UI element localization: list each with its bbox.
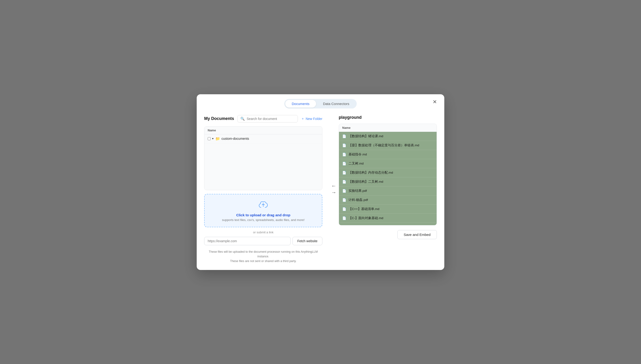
- list-item[interactable]: 📄【数据结构】绪论课.md: [339, 132, 437, 141]
- file-name: 二叉树.md: [348, 162, 364, 166]
- transfer-arrows: ← →: [331, 183, 336, 196]
- file-name: 【数据结构】绪论课.md: [348, 134, 383, 138]
- search-icon: 🔍: [240, 117, 245, 121]
- arrow-left-icon: ←: [331, 183, 336, 189]
- list-item[interactable]: 📄基础指令.md: [339, 150, 437, 159]
- tab-pill: Documents Data Connectors: [284, 99, 357, 108]
- file-name: 【C++】基础清单.md: [348, 207, 379, 211]
- right-table: Name 📄【数据结构】绪论课.md📄【耍】数据处理（不确定度与百分差）单链表.…: [339, 124, 437, 226]
- document-icon: 📄: [342, 180, 346, 184]
- upload-icon: [208, 201, 318, 211]
- fetch-website-button[interactable]: Fetch website: [293, 237, 322, 245]
- left-panel: My Documents 🔍 ＋ New Folder Name: [204, 115, 322, 264]
- url-row: Fetch website: [204, 237, 322, 245]
- new-folder-button[interactable]: ＋ New Folder: [301, 117, 322, 121]
- disclaimer: These files will be uploaded to the docu…: [204, 250, 322, 264]
- file-table: Name ▾ 📁 custom-documents: [204, 126, 322, 190]
- transfer-area: ← →: [329, 115, 339, 264]
- search-box: 🔍: [237, 115, 298, 122]
- file-name: 【数据结构】二叉树.md: [348, 180, 383, 184]
- my-documents-title: My Documents: [204, 116, 234, 121]
- document-icon: 📄: [342, 171, 346, 174]
- upload-sub-text: supports text files, csv's, spreadsheets…: [208, 218, 318, 222]
- folder-icon: 📁: [216, 136, 220, 141]
- document-icon: 📄: [342, 134, 346, 138]
- file-table-header: Name: [204, 126, 322, 134]
- list-item[interactable]: 📄计科-杨磊.pdf: [339, 196, 437, 205]
- or-link-text: or submit a link: [204, 230, 322, 234]
- panel-header: My Documents 🔍 ＋ New Folder: [204, 115, 322, 122]
- playground-title: playground: [339, 115, 437, 120]
- document-icon: 📄: [342, 162, 346, 166]
- list-item[interactable]: 📄【C++】基础清单.md: [339, 205, 437, 214]
- tab-data-connectors[interactable]: Data Connectors: [317, 100, 356, 108]
- document-icon: 📄: [342, 198, 346, 202]
- right-file-list: 📄【数据结构】绪论课.md📄【耍】数据处理（不确定度与百分差）单链表.md📄基础…: [339, 132, 437, 225]
- modal: Documents Data Connectors ✕ My Documents…: [197, 94, 444, 270]
- url-input[interactable]: [204, 237, 291, 245]
- tab-bar: Documents Data Connectors ✕: [197, 94, 444, 108]
- file-name: 【耍】数据处理（不确定度与百分差）单链表.md: [348, 143, 419, 148]
- list-item[interactable]: 📄【C-】面向对象基础.md: [339, 214, 437, 223]
- file-name: 计科-杨磊.pdf: [348, 198, 368, 202]
- folder-name: custom-documents: [222, 137, 249, 140]
- list-item[interactable]: 📄实验结果.pdf: [339, 186, 437, 196]
- file-name: 【数据结构】内存动态分配.md: [348, 170, 393, 175]
- document-icon: 📄: [342, 189, 346, 193]
- list-item[interactable]: 📄【耍】数据处理（不确定度与百分差）单链表.md: [339, 141, 437, 150]
- document-icon: 📄: [342, 216, 346, 220]
- list-item[interactable]: 📄【Detail】C-C-的内存管理.md: [339, 223, 437, 225]
- empty-area: [204, 143, 322, 190]
- plus-icon: ＋: [301, 117, 304, 121]
- tab-documents[interactable]: Documents: [285, 100, 316, 108]
- list-item[interactable]: 📄【数据结构】内存动态分配.md: [339, 168, 437, 177]
- file-name: 基础指令.md: [348, 152, 367, 156]
- arrow-right-icon: →: [331, 190, 336, 196]
- list-item[interactable]: 📄二叉树.md: [339, 159, 437, 168]
- upload-main-text: Click to upload or drag and drop: [208, 213, 318, 217]
- disclaimer-line2: These files are not sent or shared with …: [230, 260, 296, 263]
- disclaimer-line1: These files will be uploaded to the docu…: [209, 250, 318, 258]
- checkbox-col: ▾: [208, 137, 213, 140]
- modal-backdrop: Documents Data Connectors ✕ My Documents…: [0, 0, 641, 364]
- right-table-header: Name: [339, 124, 437, 132]
- document-icon: 📄: [342, 144, 346, 147]
- upload-area[interactable]: Click to upload or drag and drop support…: [204, 194, 322, 227]
- document-icon: 📄: [342, 152, 346, 156]
- save-and-embed-button[interactable]: Save and Embed: [397, 230, 437, 239]
- chevron-icon: ▾: [212, 137, 213, 140]
- table-row[interactable]: ▾ 📁 custom-documents: [204, 134, 322, 143]
- folder-checkbox[interactable]: [208, 137, 211, 140]
- file-name: 【C-】面向对象基础.md: [348, 216, 383, 220]
- close-button[interactable]: ✕: [431, 98, 439, 106]
- file-name: 实验结果.pdf: [348, 189, 367, 193]
- right-panel: playground Name 📄【数据结构】绪论课.md📄【耍】数据处理（不确…: [339, 115, 437, 264]
- modal-body: My Documents 🔍 ＋ New Folder Name: [197, 108, 444, 270]
- new-folder-label: New Folder: [306, 117, 322, 121]
- list-item[interactable]: 📄【数据结构】二叉树.md: [339, 177, 437, 186]
- search-input[interactable]: [247, 117, 295, 121]
- document-icon: 📄: [342, 207, 346, 211]
